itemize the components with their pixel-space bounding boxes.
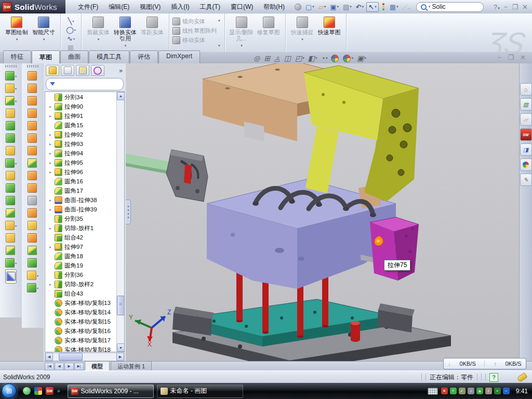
menu-edit[interactable]: 编辑(E) bbox=[103, 1, 135, 14]
tree-item[interactable]: ▸ 实体-移动/复制16 bbox=[45, 327, 117, 336]
tab-mold-tools[interactable]: 模具工具 bbox=[89, 50, 129, 63]
mold-tool[interactable] bbox=[28, 244, 37, 257]
3d-model-assembly[interactable] bbox=[126, 63, 520, 361]
search-input[interactable]: ▾ Solic bbox=[416, 2, 484, 12]
tree-item[interactable]: ▸ 圆角17 bbox=[45, 187, 117, 196]
tree-item[interactable]: ▸ 拉伸92 bbox=[45, 130, 117, 140]
mold-tool[interactable] bbox=[28, 119, 37, 132]
zoom-to-area-icon[interactable]: ⊞ bbox=[264, 54, 271, 62]
next-tab-button[interactable]: ▶ bbox=[64, 363, 74, 370]
sync-tray-icon[interactable]: − bbox=[503, 388, 510, 394]
tree-horizontal-scrollbar[interactable]: ◀ ▶ bbox=[45, 353, 125, 361]
scroll-left-button[interactable]: ◀ bbox=[45, 353, 53, 361]
feature-tool[interactable] bbox=[6, 132, 16, 144]
quick-tips-icon[interactable]: ? bbox=[489, 373, 498, 382]
tree-item[interactable]: ▸ 实体-移动/复制13 bbox=[45, 299, 117, 308]
spline-icon[interactable]: ∿▾ bbox=[64, 35, 78, 43]
scroll-thumb[interactable] bbox=[117, 296, 125, 315]
feature-tool[interactable] bbox=[6, 107, 16, 119]
measure-tool-icon-pressed[interactable] bbox=[5, 269, 17, 284]
mold-tool[interactable]: ▾ bbox=[27, 282, 38, 294]
tree-item[interactable]: ▸ 拉伸94 bbox=[45, 149, 117, 158]
undo-button[interactable]: ↶▾ bbox=[354, 3, 365, 11]
feature-tool[interactable]: ▾ bbox=[5, 70, 17, 82]
propertymanager-tab[interactable] bbox=[61, 65, 74, 76]
hscroll-thumb[interactable] bbox=[59, 353, 83, 361]
tree-item[interactable]: ▸ 组合43 bbox=[45, 289, 117, 299]
section-view-icon[interactable]: ◫ bbox=[284, 54, 291, 62]
tab-evaluate[interactable]: 评估 bbox=[130, 50, 158, 63]
design-library-icon[interactable]: ▥ bbox=[520, 98, 532, 111]
offset-entities-button[interactable]: 等距实体 bbox=[139, 16, 166, 35]
edit-appearance-icon[interactable]: ▣▾ bbox=[357, 54, 366, 62]
alert-tray-icon[interactable]: ! bbox=[485, 388, 492, 394]
rotate-view-icon[interactable]: ◬ bbox=[274, 54, 281, 62]
close-button[interactable]: ✕ bbox=[522, 3, 528, 11]
solidworks-resources-icon[interactable]: ⌂ bbox=[520, 83, 532, 96]
mold-tool[interactable] bbox=[28, 95, 37, 107]
tree-vertical-scrollbar[interactable]: ▲ ▼ bbox=[116, 92, 124, 352]
restore-button[interactable]: ❐ bbox=[512, 3, 518, 11]
tree-item[interactable]: ▸ 拉伸95 bbox=[45, 158, 117, 168]
display-style-icon[interactable]: ◧▾ bbox=[308, 54, 317, 62]
tab-surfaces[interactable]: 曲面 bbox=[60, 50, 88, 63]
tree-item[interactable]: ▸ 实体-移动/复制18 bbox=[45, 345, 117, 353]
part-olive-bracket[interactable] bbox=[304, 65, 419, 202]
volume-tray-icon[interactable]: ♪ bbox=[468, 388, 474, 394]
doc-close-button[interactable]: ✕ bbox=[520, 54, 526, 61]
part-magenta-block[interactable] bbox=[370, 217, 419, 281]
smart-dimension-button[interactable]: 智能尺寸▾ bbox=[30, 16, 57, 43]
tree-item[interactable]: ▸ 拉伸93 bbox=[45, 140, 117, 149]
feature-tool[interactable] bbox=[6, 119, 16, 132]
tree-item[interactable]: ▸ 拉伸96 bbox=[45, 168, 117, 177]
linear-pattern-button[interactable]: 线性草图阵列 bbox=[172, 27, 217, 35]
sketch-button[interactable]: 草图绘制▾ bbox=[3, 16, 30, 43]
view-orientation-icon[interactable]: ◰▾ bbox=[295, 54, 304, 62]
tag-icon[interactable] bbox=[516, 372, 527, 382]
rapid-sketch-button[interactable]: 快速草图 bbox=[316, 16, 343, 35]
mold-tool[interactable] bbox=[28, 157, 37, 169]
quick-launch-overflow[interactable]: » bbox=[57, 388, 60, 394]
options-button[interactable]: ▦▾ bbox=[388, 3, 400, 11]
line-icon[interactable]: ╲▾ bbox=[64, 17, 78, 25]
tree-item[interactable]: ▸ 切除-放样1 bbox=[45, 224, 117, 233]
mold-tool[interactable] bbox=[28, 169, 37, 182]
feature-tool[interactable]: ▾ bbox=[5, 82, 17, 95]
quick-snaps-button[interactable]: 快速捕捉▾ bbox=[289, 16, 316, 43]
configurationmanager-tab[interactable] bbox=[76, 65, 89, 76]
part-mold-core[interactable] bbox=[207, 179, 396, 289]
mold-tool[interactable] bbox=[28, 257, 37, 269]
mold-tool[interactable] bbox=[28, 107, 37, 119]
dimxpertmanager-tab[interactable] bbox=[91, 65, 104, 76]
menu-view[interactable]: 视图(V) bbox=[135, 1, 166, 14]
tab-dimxpert[interactable]: DimXpert bbox=[158, 50, 200, 63]
mold-tool[interactable] bbox=[28, 207, 37, 219]
tree-item[interactable]: ▸ 实体-移动/复制14 bbox=[45, 308, 117, 317]
tree-item[interactable]: ▸ 曲面-拉伸38 bbox=[45, 196, 117, 205]
scroll-right-button[interactable]: ▶ bbox=[116, 353, 124, 361]
help-button[interactable]: ?▾ bbox=[494, 3, 500, 11]
file-explorer-icon[interactable]: ▱ bbox=[520, 113, 532, 126]
mold-tool[interactable] bbox=[28, 219, 37, 232]
keyboard-layout-icon[interactable] bbox=[428, 388, 438, 395]
tree-item[interactable]: ▸ 分割34 bbox=[45, 93, 117, 102]
scroll-down-button[interactable]: ▼ bbox=[117, 343, 125, 352]
tree-item[interactable]: ▸ 切除-放样2 bbox=[45, 280, 117, 289]
feature-tool[interactable] bbox=[6, 169, 16, 182]
circle-icon[interactable]: ◯▾ bbox=[64, 26, 78, 34]
repair-sketch-button[interactable]: 修复草图 bbox=[255, 16, 282, 35]
mold-tool[interactable] bbox=[28, 194, 37, 207]
tree-item[interactable]: ▸ 圆角15 bbox=[45, 121, 117, 130]
hide-show-items-icon[interactable]: ◔▾ bbox=[321, 54, 327, 62]
mold-tool[interactable]: ▾ bbox=[27, 269, 38, 282]
menu-insert[interactable]: 插入(I) bbox=[166, 1, 194, 14]
sketch-quick-icon[interactable]: ⋰.. bbox=[401, 3, 413, 11]
doc-restore-button[interactable]: ❐ bbox=[508, 54, 514, 61]
feature-tool[interactable] bbox=[6, 207, 16, 219]
tree-item[interactable]: ▸ 拉伸97 bbox=[45, 243, 117, 252]
toolbar-grip[interactable] bbox=[27, 65, 38, 68]
tree-item[interactable]: ▸ 曲面-拉伸39 bbox=[45, 205, 117, 215]
menu-file[interactable]: 文件(F) bbox=[73, 1, 103, 14]
feature-tool[interactable] bbox=[6, 194, 16, 207]
menu-tools[interactable]: 工具(T) bbox=[195, 1, 225, 14]
